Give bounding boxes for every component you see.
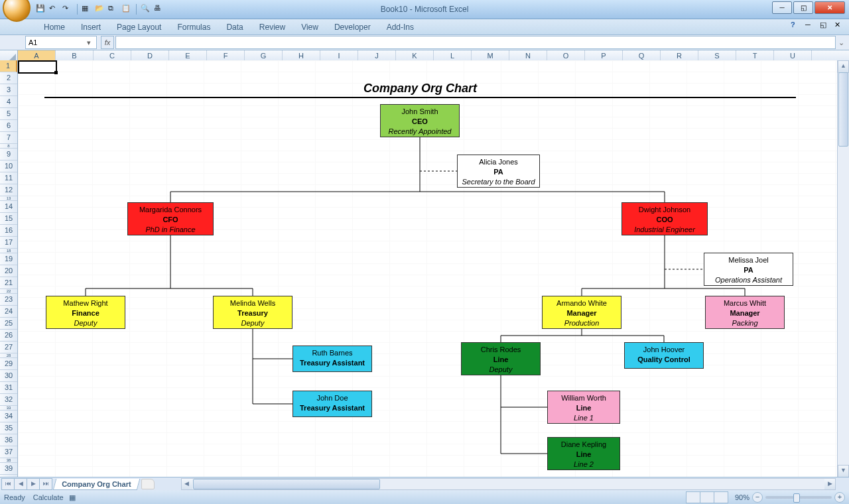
scroll-thumb[interactable] [838,72,848,147]
row-header[interactable]: 3 [0,84,17,96]
tab-prev-icon[interactable]: ◀ [14,478,27,490]
org-node-fin[interactable]: Mathew RightFinanceDeputy [46,296,125,329]
print-icon[interactable]: 🖶 [154,4,164,15]
row-header[interactable]: 28 [0,353,17,358]
org-node-mgr1[interactable]: Armando WhiteManagerProduction [542,296,621,329]
tab-first-icon[interactable]: ⏮ [1,478,15,490]
row-header[interactable]: 18 [0,249,17,253]
doc-minimize-icon[interactable]: ─ [805,21,815,30]
preview-icon[interactable]: 🔍 [141,4,151,15]
row-header[interactable]: 1 [0,60,17,72]
fx-icon[interactable]: fx [101,36,114,49]
active-cell[interactable] [18,60,57,74]
org-node-ww[interactable]: William WorthLineLine 1 [547,391,620,424]
tab-view[interactable]: View [293,20,326,34]
tab-page-layout[interactable]: Page Layout [109,20,169,34]
chevron-down-icon[interactable]: ▾ [87,38,94,47]
row-header[interactable]: 39 [0,463,17,475]
org-node-qc[interactable]: John HooverQuality Control [624,342,704,369]
zoom-in-button[interactable]: + [834,492,845,503]
normal-view-button[interactable] [686,491,700,503]
tab-developer[interactable]: Developer [326,20,379,34]
row-header[interactable]: 34 [0,410,17,422]
row-header[interactable]: 30 [0,370,17,382]
row-header[interactable]: 7 [0,132,17,144]
row-header[interactable]: 38 [0,458,17,463]
row-header[interactable]: 23 [0,294,17,306]
tab-insert[interactable]: Insert [73,20,109,34]
row-header[interactable]: 19 [0,253,17,265]
sheet-tab-active[interactable]: Company Org Chart [53,479,140,490]
zoom-thumb[interactable] [793,493,800,503]
sheet-canvas[interactable]: Company Org Chart John SmithCEORecently … [18,60,849,477]
row-header[interactable]: 24 [0,306,17,318]
zoom-out-button[interactable]: − [752,492,763,503]
expand-formula-icon[interactable]: ⌄ [838,38,846,46]
org-node-pa1[interactable]: Alicia JonesPASecretary to the Board [457,155,540,188]
row-header[interactable]: 12 [0,184,17,196]
tab-add-ins[interactable]: Add-Ins [379,20,422,34]
macro-icon[interactable]: ▦ [69,493,76,502]
hscroll-thumb[interactable] [193,479,380,489]
row-header[interactable]: 16 [0,225,17,237]
new-icon[interactable]: ▦ [82,4,92,15]
row-header[interactable]: 2 [0,72,17,84]
scroll-down-icon[interactable]: ▼ [838,465,849,477]
scroll-up-icon[interactable]: ▲ [838,60,849,73]
row-header[interactable]: 20 [0,265,17,277]
org-node-cfo[interactable]: Margarida ConnorsCFOPhD in Finance [127,202,214,235]
org-node-ta2[interactable]: John DoeTreasury Assistant [293,391,372,417]
new-sheet-icon[interactable] [141,479,155,489]
doc-restore-icon[interactable]: ◱ [820,21,829,30]
tab-home[interactable]: Home [36,20,73,34]
tab-review[interactable]: Review [251,20,293,34]
row-header[interactable]: 15 [0,213,17,225]
row-header[interactable]: 26 [0,330,17,342]
org-node-dk[interactable]: Diane KeplingLineLine 2 [547,437,620,470]
row-header[interactable]: 29 [0,358,17,370]
row-header[interactable]: 27 [0,342,17,353]
row-header[interactable]: 5 [0,108,17,120]
tab-formulas[interactable]: Formulas [169,20,218,34]
scroll-right-icon[interactable]: ▶ [824,479,835,489]
worksheet-grid[interactable]: 1234567891011121314151617181920212223242… [0,60,849,477]
org-node-ta1[interactable]: Ruth BarnesTreasury Assistant [293,346,372,372]
tab-data[interactable]: Data [218,20,251,34]
row-header[interactable]: 32 [0,394,17,406]
maximize-button[interactable]: ◱ [793,1,813,14]
paste-icon[interactable]: 📋 [121,4,132,15]
horizontal-scrollbar[interactable]: ◀ ▶ [181,478,836,490]
org-node-mgr2[interactable]: Marcus WhittManagerPacking [705,296,785,329]
row-header[interactable]: 10 [0,160,17,172]
vertical-scrollbar[interactable]: ▲ ▼ [837,60,849,477]
undo-icon[interactable]: ↶ [49,4,60,15]
row-header[interactable]: 11 [0,172,17,184]
scroll-left-icon[interactable]: ◀ [182,479,192,489]
zoom-slider[interactable] [765,496,832,499]
page-break-view-button[interactable] [714,491,728,503]
name-box[interactable]: A1 ▾ [25,36,97,49]
row-header[interactable]: 14 [0,201,17,213]
row-header[interactable]: 13 [0,196,17,201]
tab-last-icon[interactable]: ⏭ [39,478,52,490]
org-node-tre[interactable]: Melinda WellsTreasuryDeputy [213,296,293,329]
row-header[interactable]: 4 [0,96,17,108]
row-header[interactable]: 6 [0,120,17,132]
row-header[interactable]: 31 [0,382,17,394]
formula-input[interactable] [115,36,836,49]
row-header[interactable]: 25 [0,318,17,330]
org-node-pa2[interactable]: Melissa JoelPAOperations Assistant [704,253,793,286]
open-icon[interactable]: 📂 [95,4,105,15]
doc-close-icon[interactable]: ✕ [834,21,844,30]
help-icon[interactable]: ? [791,21,800,30]
page-layout-view-button[interactable] [700,491,714,503]
save-icon[interactable]: 💾 [36,4,46,15]
row-header[interactable]: 36 [0,434,17,446]
row-header[interactable]: 33 [0,406,17,410]
row-header[interactable]: 9 [0,149,17,160]
minimize-button[interactable]: ─ [772,1,792,14]
row-header[interactable]: 37 [0,446,17,458]
row-header[interactable]: 22 [0,289,17,294]
row-header[interactable]: 21 [0,277,17,289]
org-node-line1[interactable]: Chris RodesLineDeputy [461,342,541,375]
